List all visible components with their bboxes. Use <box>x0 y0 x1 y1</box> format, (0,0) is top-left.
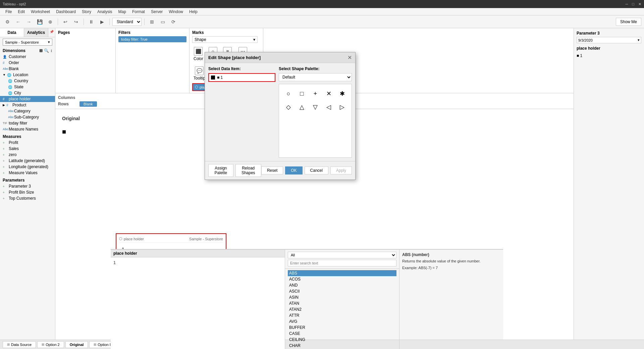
func-avg[interactable]: AVG <box>288 318 396 325</box>
dim-placeholder[interactable]: # place holder <box>0 96 55 102</box>
menu-window[interactable]: Window <box>166 9 186 15</box>
modal-ok-btn[interactable]: OK <box>285 166 302 174</box>
param3-date-dropdown[interactable]: 9/3/2020 ▾ <box>577 37 641 43</box>
modal-close-icon[interactable]: ✕ <box>347 54 352 61</box>
grid-view-icon[interactable]: ⊞ <box>39 48 43 53</box>
pause-btn[interactable]: ⏸ <box>87 17 96 27</box>
measure-sales[interactable]: + Sales <box>0 146 55 152</box>
dim-location-group[interactable]: ▼ 🌐 Location <box>0 72 55 78</box>
func-atan2[interactable]: ATAN2 <box>288 306 396 312</box>
modal-reset-btn[interactable]: Reset <box>261 166 283 174</box>
dim-product-group[interactable]: ▶ # Product <box>0 102 55 108</box>
menu-server[interactable]: Server <box>148 9 165 15</box>
tab-data-source[interactable]: ⊞ Data Source <box>3 341 36 348</box>
dim-customer[interactable]: 👤 Customer <box>0 54 55 60</box>
shape-circle[interactable]: ○ <box>283 88 294 99</box>
filter-pill[interactable]: today filter: True <box>118 36 186 42</box>
close-icon[interactable]: ✕ <box>638 2 641 6</box>
tab-analytics[interactable]: Analytics <box>24 28 48 37</box>
dim-order[interactable]: # Order <box>0 60 55 66</box>
param-profit-bin[interactable]: + Profit Bin Size <box>0 189 55 195</box>
shape-diamond[interactable]: ◇ <box>283 102 294 112</box>
func-case[interactable]: CASE <box>288 331 396 337</box>
view-btn[interactable]: ⊞ <box>147 17 157 27</box>
dim-subcategory[interactable]: Abc Sub-Category <box>5 114 55 120</box>
standard-dropdown[interactable]: Standard <box>112 18 142 26</box>
func-atan[interactable]: ATAN <box>288 300 396 306</box>
dim-measure-names[interactable]: Abc Measure Names <box>0 126 55 132</box>
shape-plus[interactable]: + <box>310 88 321 99</box>
undo-btn[interactable]: ↩ <box>61 17 70 27</box>
measure-profit[interactable]: + Profit <box>0 140 55 146</box>
shape-triangle-down[interactable]: ▽ <box>310 102 321 112</box>
func-and[interactable]: AND <box>288 282 396 288</box>
modal-palette-select[interactable]: Default Filled Hollow <box>279 73 352 81</box>
param-3[interactable]: + Parameter 3 <box>0 183 55 189</box>
dim-category[interactable]: Abc Category <box>5 108 55 114</box>
measure-zero[interactable]: + zero <box>0 152 55 158</box>
menu-analysis[interactable]: Analysis <box>95 9 115 15</box>
redo-btn[interactable]: ↪ <box>71 17 81 27</box>
save-btn[interactable]: 💾 <box>35 17 44 27</box>
formula-editor[interactable]: 1 <box>111 257 285 349</box>
modal-reload-shapes-btn[interactable]: Reload Shapes <box>235 164 261 177</box>
menu-dashboard[interactable]: Dashboard <box>53 9 78 15</box>
modal-cancel-btn[interactable]: Cancel <box>305 166 328 174</box>
func-abs[interactable]: ABS <box>288 270 396 276</box>
dim-country[interactable]: 🌐 Country <box>5 78 55 84</box>
shape-triangle-left[interactable]: ◁ <box>323 102 334 112</box>
tab-option2[interactable]: ⊞ Option 2 <box>37 341 64 348</box>
modal-assign-palette-btn[interactable]: Assign Palette <box>208 164 233 177</box>
data-source-dropdown[interactable]: Sample - Superstore ▾ <box>3 39 52 46</box>
dim-blank[interactable]: Abc Blank <box>0 66 55 72</box>
shape-triangle-up[interactable]: △ <box>297 102 307 112</box>
tab-original[interactable]: Original <box>65 341 88 348</box>
marks-color[interactable]: ⬛ Color <box>192 46 205 62</box>
forward-btn[interactable]: → <box>24 17 34 27</box>
func-ascii[interactable]: ASCII <box>288 288 396 294</box>
menu-edit[interactable]: Edit <box>15 9 28 15</box>
modal-apply-btn[interactable]: Apply <box>330 166 352 174</box>
marks-type-dropdown[interactable]: Shape ▾ <box>192 36 258 43</box>
menu-help[interactable]: Help <box>186 9 200 15</box>
func-asin[interactable]: ASIN <box>288 294 396 300</box>
sort-icon[interactable]: ↕ <box>50 48 52 53</box>
present-btn[interactable]: ▭ <box>158 17 167 27</box>
func-buffer[interactable]: BUFFER <box>288 325 396 331</box>
tab-data[interactable]: Data <box>0 28 24 37</box>
rows-blank-pill[interactable]: Blank <box>79 101 97 107</box>
dim-today-filter[interactable]: TIF today filter <box>0 120 55 126</box>
run-btn[interactable]: ▶ <box>97 17 107 27</box>
shape-triangle-right[interactable]: ▷ <box>337 102 347 112</box>
measure-values[interactable]: + Measure Values <box>0 170 55 176</box>
menu-file[interactable]: File <box>3 9 14 15</box>
func-acos[interactable]: ACOS <box>288 276 396 282</box>
modal-data-item[interactable]: ■ 1 <box>208 73 275 82</box>
home-btn[interactable]: ⚙ <box>3 17 12 27</box>
menu-format[interactable]: Format <box>129 9 148 15</box>
menu-map[interactable]: Map <box>116 9 129 15</box>
formula-filter-select[interactable]: All <box>288 252 396 258</box>
search-icon[interactable]: 🔍 <box>44 48 49 53</box>
func-attr[interactable]: ATTR <box>288 312 396 318</box>
show-me-button[interactable]: Show Me <box>616 18 641 26</box>
add-datasource-btn[interactable]: ⊕ <box>46 17 55 27</box>
func-ceiling[interactable]: CEILING <box>288 337 396 343</box>
minimize-icon[interactable]: ─ <box>626 2 628 6</box>
func-char[interactable]: CHAR <box>288 343 396 349</box>
share-btn[interactable]: ⟳ <box>169 17 178 27</box>
shape-asterisk[interactable]: ✱ <box>337 88 347 99</box>
dim-state[interactable]: 🌐 State <box>5 84 55 90</box>
dim-city[interactable]: 🌐 City <box>5 90 55 96</box>
panel-pin-btn[interactable]: 📌 <box>48 28 55 35</box>
param-top-customers[interactable]: + Top Customers <box>0 195 55 201</box>
formula-search-input[interactable] <box>288 260 396 266</box>
maximize-icon[interactable]: □ <box>632 2 634 6</box>
menu-story[interactable]: Story <box>79 9 94 15</box>
back-btn[interactable]: ← <box>13 17 23 27</box>
shape-square[interactable]: □ <box>297 88 307 99</box>
shape-x[interactable]: ✕ <box>323 88 334 99</box>
menu-worksheet[interactable]: Worksheet <box>28 9 53 15</box>
measure-latitude[interactable]: + Latitude (generated) <box>0 158 55 164</box>
measure-longitude[interactable]: + Longitude (generated) <box>0 164 55 170</box>
